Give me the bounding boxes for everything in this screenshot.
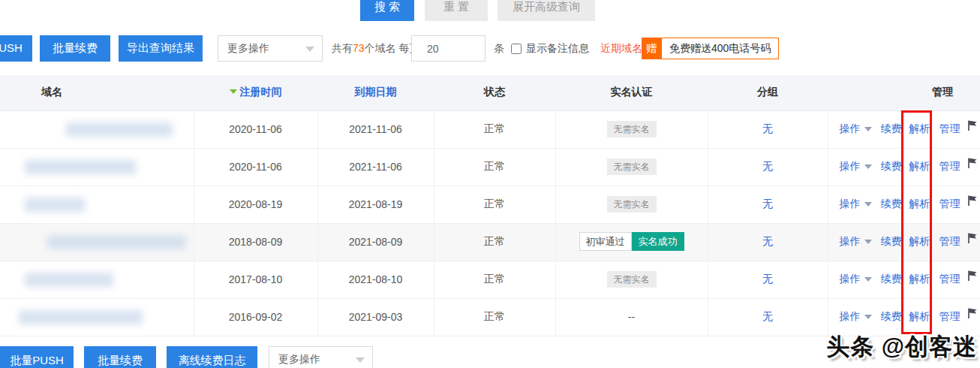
reset-button[interactable]: 重 置 [425, 0, 488, 21]
manage-link[interactable]: 管理 [939, 198, 960, 211]
resolve-link[interactable]: 解析 [909, 160, 930, 173]
chevron-down-icon [356, 357, 365, 363]
group-link[interactable]: 无 [762, 198, 773, 210]
resolve-link[interactable]: 解析 [909, 235, 930, 249]
group-link[interactable]: 无 [762, 310, 773, 322]
table-row: 2020-11-06 2021-11-06 正常 无需实名 无 操作 续费 解析… [0, 110, 980, 148]
more-actions-select-bottom[interactable]: 更多操作 [269, 346, 373, 368]
resolve-link[interactable]: 解析 [909, 310, 930, 324]
flag-icon[interactable] [966, 307, 978, 321]
operate-dropdown[interactable]: 操作 [840, 198, 872, 211]
realname-badge: 无需实名 [607, 158, 657, 175]
renew-link[interactable]: 续费 [881, 160, 902, 173]
chevron-down-icon [864, 240, 872, 244]
domain-redacted [66, 122, 173, 137]
flag-icon[interactable] [966, 195, 978, 209]
more-actions-label: 更多操作 [278, 353, 320, 365]
operate-dropdown[interactable]: 操作 [840, 310, 872, 324]
table-row: 2020-08-19 2021-08-19 正常 无需实名 无 操作 续费 解析… [0, 186, 980, 223]
export-results-button[interactable]: 导出查询结果 [119, 35, 203, 62]
gift-promo-text: 免费赠送400电话号码 [661, 38, 779, 59]
batch-renew-button-bottom[interactable]: 批量续费 [84, 346, 156, 368]
domain-redacted [25, 160, 136, 174]
table-header-row: 域名 注册时间 到期日期 状态 实名认证 分组 管理 [0, 75, 980, 110]
domain-redacted [25, 198, 85, 212]
batch-push-button[interactable]: 批量PUSH [0, 35, 32, 62]
search-button[interactable]: 搜 索 [360, 0, 414, 21]
chevron-down-icon [864, 202, 872, 207]
resolve-link[interactable]: 解析 [909, 198, 930, 211]
header-manage: 管理 [828, 75, 980, 110]
group-link[interactable]: 无 [762, 235, 773, 247]
per-page-input[interactable] [411, 35, 485, 62]
table-body: 2020-11-06 2021-11-06 正常 无需实名 无 操作 续费 解析… [0, 110, 980, 336]
chevron-down-icon [864, 315, 872, 319]
flag-icon[interactable] [966, 119, 978, 134]
realname-cell: 无需实名 [555, 148, 708, 186]
domain-cell [0, 148, 194, 186]
realname-badge: 无需实名 [607, 271, 657, 288]
more-actions-label: 更多操作 [227, 42, 269, 54]
header-reg-date[interactable]: 注册时间 [194, 75, 317, 110]
group-link[interactable]: 无 [762, 160, 773, 172]
reg-date-cell: 2018-08-09 [194, 223, 317, 261]
total-count-text: 共有73个域名 每页: [332, 35, 422, 62]
domain-cell [0, 223, 194, 261]
domain-cell [0, 186, 194, 223]
renew-link[interactable]: 续费 [881, 198, 902, 211]
renew-link[interactable]: 续费 [881, 273, 902, 286]
manage-link[interactable]: 管理 [939, 122, 960, 136]
manage-cell: 操作 续费 解析 管理 [828, 261, 980, 298]
group-cell: 无 [708, 298, 828, 336]
status-cell: 正常 [434, 110, 555, 148]
status-cell: 正常 [434, 186, 555, 223]
table-row: 2016-09-02 2021-09-03 正常 -- 无 操作 续费 解析 管… [0, 298, 980, 336]
expand-advanced-query-button[interactable]: 展开高级查询 [498, 0, 595, 21]
header-status: 状态 [434, 75, 555, 110]
manage-cell: 操作 续费 解析 管理 [828, 110, 980, 148]
group-cell: 无 [708, 261, 828, 298]
manage-link[interactable]: 管理 [939, 235, 960, 249]
table-row: 2018-08-09 2021-08-09 正常 初审通过实名成功 无 操作 续… [0, 223, 980, 261]
manage-link[interactable]: 管理 [939, 160, 960, 173]
batch-renew-button[interactable]: 批量续费 [40, 35, 110, 62]
renew-link[interactable]: 续费 [881, 122, 902, 136]
realname-success-badge: 实名成功 [632, 232, 684, 251]
resolve-link[interactable]: 解析 [909, 122, 930, 136]
header-domain: 域名 [0, 75, 194, 110]
group-link[interactable]: 无 [762, 122, 773, 134]
show-remarks-checkbox[interactable] [511, 44, 522, 54]
manage-link[interactable]: 管理 [939, 273, 960, 286]
operate-dropdown[interactable]: 操作 [840, 235, 872, 249]
reg-date-cell: 2016-09-02 [194, 298, 317, 336]
exp-date-cell: 2021-09-03 [317, 298, 434, 336]
header-realname: 实名认证 [555, 75, 708, 110]
resolve-link[interactable]: 解析 [909, 273, 930, 286]
list-toolbar: 批量PUSH 批量续费 导出查询结果 更多操作 共有73个域名 每页: 条 显示… [0, 35, 980, 62]
exp-date-cell: 2021-11-06 [317, 148, 434, 186]
exp-date-cell: 2021-08-09 [317, 223, 434, 261]
manage-link[interactable]: 管理 [939, 310, 960, 324]
flag-icon[interactable] [966, 232, 978, 246]
renew-link[interactable]: 续费 [881, 235, 902, 249]
renew-link[interactable]: 续费 [881, 310, 902, 324]
realname-cell: -- [555, 298, 708, 336]
operate-dropdown[interactable]: 操作 [840, 122, 872, 136]
flag-icon[interactable] [966, 157, 978, 171]
manage-cell: 操作 续费 解析 管理 [828, 298, 980, 336]
group-cell: 无 [708, 148, 828, 186]
batch-push-button-bottom[interactable]: 批量PUSH [0, 346, 74, 368]
realname-badge: 无需实名 [607, 196, 657, 213]
offline-renew-log-button[interactable]: 离线续费日志 [167, 346, 257, 368]
search-action-row: 搜 索 重 置 展开高级查询 [360, 0, 595, 21]
group-link[interactable]: 无 [762, 273, 773, 285]
operate-dropdown[interactable]: 操作 [840, 273, 872, 286]
realname-cell: 无需实名 [555, 261, 708, 298]
more-actions-select[interactable]: 更多操作 [218, 35, 323, 62]
gift-promo[interactable]: 赠 免费赠送400电话号码 [642, 38, 779, 59]
header-exp-date[interactable]: 到期日期 [317, 75, 434, 110]
operate-dropdown[interactable]: 操作 [840, 160, 872, 173]
flag-icon[interactable] [966, 270, 978, 284]
exp-date-cell: 2021-08-10 [317, 261, 434, 298]
group-cell: 无 [708, 186, 828, 223]
